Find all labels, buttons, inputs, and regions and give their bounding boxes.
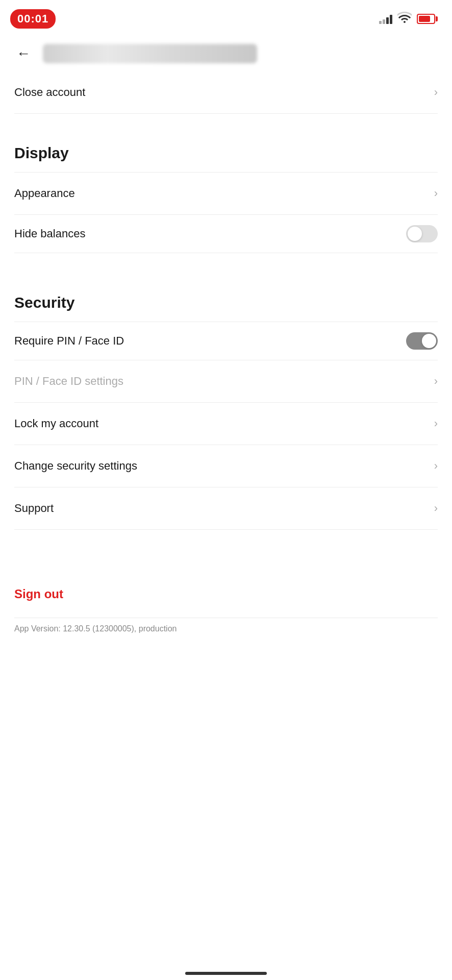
require-pin-item[interactable]: Require PIN / Face ID — [0, 322, 452, 360]
lock-account-chevron: › — [434, 417, 438, 430]
nav-header: ← — [0, 36, 452, 71]
signal-icon — [379, 14, 392, 24]
close-account-item[interactable]: Close account › — [0, 71, 452, 113]
appearance-chevron: › — [434, 187, 438, 200]
lock-account-item[interactable]: Lock my account › — [0, 403, 452, 445]
change-security-item[interactable]: Change security settings › — [0, 445, 452, 487]
back-button[interactable]: ← — [14, 43, 33, 64]
sign-out-item[interactable]: Sign out — [0, 571, 452, 618]
require-pin-label: Require PIN / Face ID — [14, 334, 124, 348]
close-account-label: Close account — [14, 86, 85, 99]
status-time: 00:01 — [10, 9, 56, 29]
close-account-chevron: › — [434, 86, 438, 99]
require-pin-toggle[interactable] — [406, 332, 438, 350]
nav-title-blurred — [43, 44, 257, 63]
app-version-text: App Version: 12.30.5 (12300005), product… — [14, 624, 177, 633]
hide-balances-item[interactable]: Hide balances — [0, 215, 452, 253]
hide-balances-knob — [408, 227, 422, 241]
support-item[interactable]: Support › — [0, 487, 452, 529]
security-section-title: Security — [14, 294, 74, 311]
sign-out-label: Sign out — [14, 587, 63, 601]
battery-icon: 13 — [417, 14, 438, 24]
wifi-icon — [397, 12, 412, 26]
display-section-title: Display — [14, 144, 69, 161]
change-security-label: Change security settings — [14, 459, 137, 473]
appearance-item[interactable]: Appearance › — [0, 173, 452, 214]
pin-settings-chevron: › — [434, 375, 438, 388]
hide-balances-label: Hide balances — [14, 227, 85, 240]
status-icons: 13 — [379, 12, 438, 26]
display-section-header: Display — [0, 124, 452, 172]
support-label: Support — [14, 502, 54, 515]
home-indicator — [185, 972, 267, 975]
require-pin-knob — [422, 334, 436, 348]
appearance-label: Appearance — [14, 187, 75, 200]
pin-settings-label: PIN / Face ID settings — [14, 375, 123, 388]
support-chevron: › — [434, 502, 438, 515]
lock-account-label: Lock my account — [14, 417, 98, 430]
security-section-header: Security — [0, 274, 452, 322]
pin-settings-item[interactable]: PIN / Face ID settings › — [0, 360, 452, 402]
hide-balances-toggle[interactable] — [406, 225, 438, 242]
status-bar: 00:01 13 — [0, 0, 452, 36]
settings-content: Close account › Display Appearance › Hid… — [0, 71, 452, 640]
app-version: App Version: 12.30.5 (12300005), product… — [0, 618, 452, 640]
change-security-chevron: › — [434, 459, 438, 473]
